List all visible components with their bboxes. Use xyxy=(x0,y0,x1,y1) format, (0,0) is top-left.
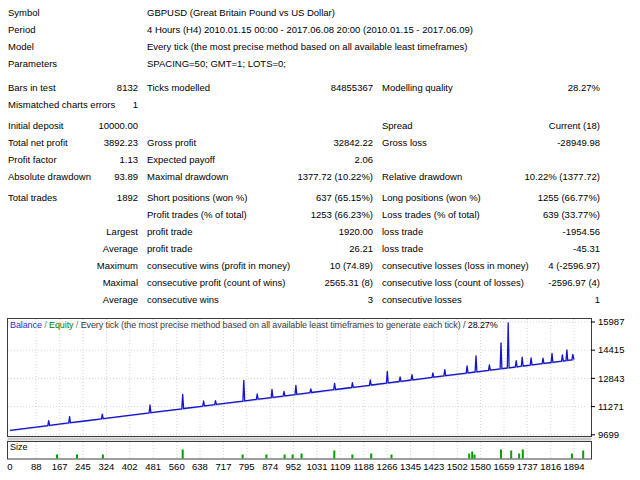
stat-value: 10000.00 xyxy=(0,117,138,134)
x-axis-tick-label: 167 xyxy=(52,461,68,472)
x-axis-tick-label: 1109 xyxy=(330,461,350,472)
stat-label: loss trade xyxy=(382,240,423,257)
stat-label: Spread xyxy=(382,117,413,134)
x-axis-tick-label: 1659 xyxy=(493,461,514,472)
y-axis-tick-label: 12843 xyxy=(598,373,624,384)
balance-series-line xyxy=(10,323,574,431)
size-bar xyxy=(333,451,335,459)
stats-row: Absolute drawdown93.89Maximal drawdown13… xyxy=(0,168,640,185)
legend-balance-label: Balance xyxy=(10,320,42,330)
stat-value: Current (18) xyxy=(430,117,600,134)
x-axis-tick-label: 1423 xyxy=(423,461,444,472)
stat-label: Gross profit xyxy=(147,134,196,151)
size-bar xyxy=(522,450,524,459)
info-label: Symbol xyxy=(8,4,40,21)
stat-value: Maximum xyxy=(0,257,138,274)
stat-value: -45.31 xyxy=(430,240,600,257)
stat-label: Short positions (won %) xyxy=(147,189,247,206)
info-row: ParametersSPACING=50; GMT=1; LOTS=0; xyxy=(0,55,640,72)
stat-value: 1 xyxy=(0,96,138,113)
stat-value: -28949.98 xyxy=(430,134,600,151)
x-axis-tick-label: 1894 xyxy=(563,461,584,472)
stat-value: 1255 (66.77%) xyxy=(430,189,600,206)
x-axis-tick-label: 638 xyxy=(192,461,208,472)
stats-row: Averageprofit trade26.21loss trade-45.31 xyxy=(0,240,640,257)
size-bar xyxy=(391,455,393,459)
x-axis-tick-label: 402 xyxy=(122,461,138,472)
legend-quality-value: 28.27% xyxy=(468,320,498,330)
balance-chart-svg: 1598714415128431127196990881672453244024… xyxy=(0,312,640,480)
stat-value: 1.13 xyxy=(0,151,138,168)
stat-value: 2.06 xyxy=(240,151,373,168)
size-bar xyxy=(510,451,512,459)
stats-row: Profit trades (% of total)1253 (66.23%)L… xyxy=(0,206,640,223)
x-axis-tick-label: 952 xyxy=(286,461,302,472)
size-panel-frame xyxy=(8,442,592,460)
info-value: GBPUSD (Great Britain Pound vs US Dollar… xyxy=(147,4,335,21)
size-bar xyxy=(56,455,58,459)
size-bar xyxy=(370,454,372,459)
stat-value: Average xyxy=(0,291,138,308)
y-axis-tick-label: 15987 xyxy=(598,316,624,327)
stat-value: 3892.23 xyxy=(0,134,138,151)
stat-value: 1920.00 xyxy=(240,223,373,240)
size-bar xyxy=(284,455,286,459)
size-bar xyxy=(500,450,502,459)
stat-value: 10 (74.89) xyxy=(240,257,373,274)
stats-row: Mismatched charts errors1 xyxy=(0,96,640,113)
stats-row: Maximalconsecutive profit (count of wins… xyxy=(0,274,640,291)
stat-value: Maximal xyxy=(0,274,138,291)
stat-label: Ticks modelled xyxy=(147,79,210,96)
stat-value: -2596.97 (4) xyxy=(430,274,600,291)
stat-label: Maximal drawdown xyxy=(147,168,228,185)
stat-value: 1253 (66.23%) xyxy=(240,206,373,223)
stat-label: consecutive wins xyxy=(147,291,219,308)
size-bar xyxy=(182,450,184,459)
y-axis-tick-label: 9699 xyxy=(598,429,619,440)
stat-label: profit trade xyxy=(147,240,192,257)
size-bar xyxy=(518,454,520,459)
size-panel-label: Size xyxy=(10,442,28,452)
legend-separator: / xyxy=(42,320,49,330)
stat-value: 28.27% xyxy=(430,79,600,96)
stat-value: Largest xyxy=(0,223,138,240)
stat-label: Profit trades (% of total) xyxy=(147,206,247,223)
y-axis-tick-label: 14415 xyxy=(598,344,624,355)
info-label: Period xyxy=(8,21,35,38)
info-row: ModelEvery tick (the most precise method… xyxy=(0,38,640,55)
stat-label: loss trade xyxy=(382,223,423,240)
stat-value: 2565.31 (8) xyxy=(240,274,373,291)
info-label: Parameters xyxy=(8,55,57,72)
info-row: SymbolGBPUSD (Great Britain Pound vs US … xyxy=(0,4,640,21)
stats-row: Maximumconsecutive wins (profit in money… xyxy=(0,257,640,274)
stat-label: profit trade xyxy=(147,223,192,240)
size-bar xyxy=(571,454,573,459)
stat-value: -1954.56 xyxy=(430,223,600,240)
size-bar xyxy=(468,454,470,459)
size-bar xyxy=(301,454,303,459)
x-axis-tick-label: 1737 xyxy=(517,461,538,472)
x-axis-tick-label: 1345 xyxy=(400,461,421,472)
legend-separator: / xyxy=(461,320,468,330)
strategy-tester-report: SymbolGBPUSD (Great Britain Pound vs US … xyxy=(0,0,640,480)
size-bar xyxy=(102,455,104,459)
stat-value: 93.89 xyxy=(0,168,138,185)
stats-row: Averageconsecutive wins3consecutive loss… xyxy=(0,291,640,308)
stat-value: 1892 xyxy=(0,189,138,206)
size-bar xyxy=(265,455,267,459)
stat-value: 1377.72 (10.22%) xyxy=(240,168,373,185)
x-axis-tick-label: 874 xyxy=(262,461,278,472)
x-axis-tick-label: 1031 xyxy=(306,461,327,472)
x-axis-tick-label: 717 xyxy=(216,461,232,472)
x-axis-tick-label: 1188 xyxy=(354,461,374,472)
stat-value: 3 xyxy=(240,291,373,308)
info-value: SPACING=50; GMT=1; LOTS=0; xyxy=(147,55,286,72)
x-axis-tick-label: 1580 xyxy=(470,461,491,472)
stat-value: 639 (33.77%) xyxy=(430,206,600,223)
balance-chart-panel: 1598714415128431127196990881672453244024… xyxy=(0,312,640,480)
stat-value: Average xyxy=(0,240,138,257)
chart-legend: Balance / Equity / Every tick (the most … xyxy=(10,320,498,330)
stat-value: 26.21 xyxy=(240,240,373,257)
size-bar xyxy=(351,455,353,459)
x-axis-tick-label: 560 xyxy=(169,461,185,472)
